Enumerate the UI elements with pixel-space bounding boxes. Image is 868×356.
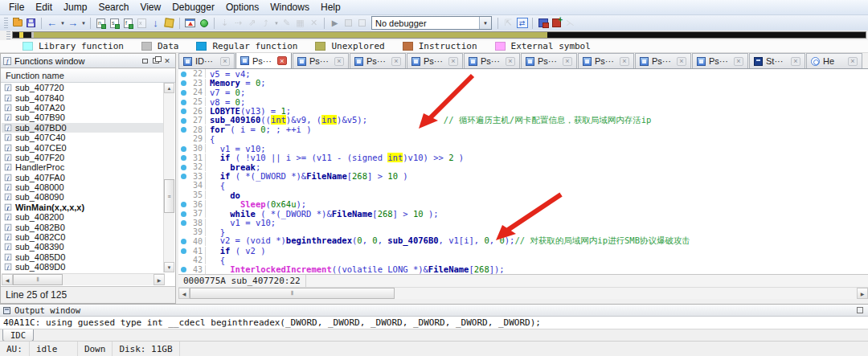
- function-list-item[interactable]: fsub_407A20: [2, 103, 164, 113]
- breakpoint-gutter[interactable]: [178, 153, 188, 162]
- scroll-left-button[interactable]: ◀: [178, 288, 190, 299]
- delete-breakpoint-button[interactable]: ⋋: [563, 17, 577, 30]
- breakpoint-dot-icon[interactable]: [181, 118, 186, 124]
- tab-ps[interactable]: Ps···×: [464, 53, 520, 68]
- vertical-scroll-thumb[interactable]: ≡: [164, 179, 174, 213]
- breakpoint-gutter[interactable]: [178, 162, 188, 172]
- breakpoint-dot-icon[interactable]: [181, 220, 186, 226]
- debugger-return-button[interactable]: ⤴: [259, 17, 272, 30]
- breakpoint-gutter[interactable]: [178, 69, 188, 79]
- code-text[interactable]: {: [206, 256, 225, 265]
- menu-view[interactable]: View: [134, 0, 166, 14]
- code-text[interactable]: Memory = 0;: [206, 78, 266, 88]
- breakpoint-list-button[interactable]: [536, 17, 550, 30]
- output-restore-icon[interactable]: [857, 307, 863, 313]
- menu-windows[interactable]: Windows: [264, 0, 315, 14]
- code-text[interactable]: do: [206, 190, 240, 200]
- function-list-item[interactable]: fsub_4089D0: [2, 262, 164, 272]
- function-list-vertical-scrollbar[interactable]: ▲ ≡ ▼: [163, 83, 174, 272]
- function-list-item[interactable]: fsub_407B90: [2, 113, 164, 122]
- functions-window-titlebar[interactable]: f Functions window ✕: [1, 54, 175, 68]
- debugger-step-into-button[interactable]: ⇣: [218, 17, 231, 30]
- scroll-down-button[interactable]: ▼: [164, 262, 174, 272]
- function-list-item[interactable]: fsub_4082B0: [2, 222, 164, 231]
- breakpoint-dot-icon[interactable]: [181, 239, 186, 244]
- breakpoint-dot-icon[interactable]: [181, 127, 186, 133]
- function-list-item[interactable]: fsub_407FA0: [2, 173, 164, 182]
- tab-close-button[interactable]: ×: [506, 57, 515, 66]
- horizontal-scroll-thumb[interactable]: ⦀: [13, 274, 63, 285]
- code-text[interactable]: for ( i = 0; ; ++i ): [206, 125, 311, 134]
- idc-tab[interactable]: IDC: [2, 329, 34, 342]
- tab-close-button[interactable]: ×: [848, 57, 858, 66]
- debugger-attach-button[interactable]: ✎: [280, 17, 293, 30]
- scroll-left-button[interactable]: ◀: [2, 274, 13, 285]
- tab-close-button[interactable]: ×: [448, 57, 458, 66]
- pseudocode-horizontal-scrollbar[interactable]: ◀ ⦀ ▶: [178, 287, 868, 299]
- code-text[interactable]: break;: [206, 162, 260, 172]
- debugger-start-button[interactable]: ▶: [328, 17, 342, 30]
- breakpoint-dot-icon[interactable]: [181, 174, 186, 179]
- code-text[interactable]: v7 = 0;: [206, 88, 245, 97]
- tab-close-button[interactable]: ×: [220, 57, 230, 66]
- breakpoint-dot-icon[interactable]: [181, 80, 186, 86]
- function-list-item[interactable]: fsub_407F20: [2, 153, 164, 162]
- function-list-item[interactable]: fWinMain(x,x,x,x): [2, 203, 164, 212]
- function-list-item[interactable]: fsub_407CE0: [2, 142, 164, 152]
- code-text[interactable]: v5 = v4;: [206, 69, 251, 79]
- code-text[interactable]: if ( *(_DWORD *)&FileName[268] > 10 ): [206, 171, 408, 181]
- back-history-dropdown[interactable]: ▼: [59, 17, 66, 30]
- debugger-run-until-button[interactable]: ⇗: [245, 17, 259, 30]
- scroll-up-button[interactable]: ▲: [164, 83, 174, 93]
- tab-ps[interactable]: Ps···×: [235, 53, 292, 68]
- code-text[interactable]: if ( !v10 || i >= (v11 - (signed int)v10…: [206, 153, 464, 162]
- debugger-modules-button[interactable]: ▦: [293, 17, 307, 30]
- menu-help[interactable]: Help: [315, 0, 346, 14]
- code-text[interactable]: v1 = v10;: [206, 144, 266, 153]
- tab-close-button[interactable]: ×: [734, 57, 743, 66]
- tab-ps[interactable]: Ps···×: [293, 53, 349, 68]
- breakpoint-gutter[interactable]: [178, 106, 188, 116]
- breakpoint-gutter[interactable]: [178, 97, 188, 107]
- function-list-item[interactable]: fsub_408000: [2, 182, 164, 192]
- tab-id[interactable]: ID···×: [178, 53, 235, 68]
- menu-options[interactable]: Options: [220, 0, 264, 14]
- code-text[interactable]: v2 = (void *)beginthreadex(0, 0, sub_407…: [206, 235, 690, 247]
- debugger-pause-button[interactable]: [355, 17, 369, 30]
- save-button[interactable]: [24, 17, 38, 30]
- function-list-item[interactable]: fsub_407840: [2, 92, 164, 102]
- menu-file[interactable]: File: [3, 0, 30, 14]
- open-file-button[interactable]: [10, 17, 24, 30]
- code-text[interactable]: v8 = 0;: [206, 97, 245, 107]
- tab-ps[interactable]: Ps···×: [407, 53, 463, 68]
- breakpoint-gutter[interactable]: [178, 125, 188, 134]
- function-list-item[interactable]: fsub_4082C0: [2, 232, 164, 242]
- breakpoint-gutter[interactable]: [178, 171, 188, 181]
- code-text[interactable]: v1 = v10;: [206, 218, 276, 227]
- navigate-forward-button[interactable]: →: [66, 17, 80, 30]
- function-list-horizontal-scrollbar[interactable]: ◀ ⦀ ▶: [2, 273, 165, 285]
- function-list-item[interactable]: fsub_408390: [2, 242, 164, 252]
- breakpoint-gutter[interactable]: [178, 78, 188, 88]
- code-text[interactable]: Sleep(0x64u);: [206, 199, 306, 209]
- breakpoint-gutter[interactable]: [178, 218, 188, 227]
- breakpoint-dot-icon[interactable]: [181, 100, 186, 105]
- debugger-selector[interactable]: No debugger ▼: [371, 16, 492, 30]
- function-list-item[interactable]: fsub_408200: [2, 212, 164, 222]
- debugger-dropdown[interactable]: ▼: [272, 17, 280, 30]
- function-list-item[interactable]: fHandlerProc: [2, 162, 164, 172]
- debugger-stop-button[interactable]: [342, 17, 355, 30]
- breakpoint-dot-icon[interactable]: [181, 267, 186, 272]
- navigate-back-button[interactable]: ←: [45, 17, 59, 30]
- scroll-right-button[interactable]: ▶: [857, 288, 868, 299]
- breakpoint-dot-icon[interactable]: [181, 165, 186, 170]
- tab-he[interactable]: He×: [806, 53, 862, 68]
- code-text[interactable]: if ( v2 ): [206, 246, 266, 256]
- tab-ps[interactable]: Ps···×: [635, 53, 691, 68]
- run-analysis-button[interactable]: [197, 17, 211, 30]
- horizontal-scroll-thumb[interactable]: ⦀: [190, 288, 395, 299]
- float-button[interactable]: [150, 56, 162, 66]
- jump-to-segment-button[interactable]: s: [108, 17, 121, 30]
- breakpoint-dot-icon[interactable]: [181, 72, 186, 77]
- debugger-cancel-button[interactable]: ✕: [307, 17, 321, 30]
